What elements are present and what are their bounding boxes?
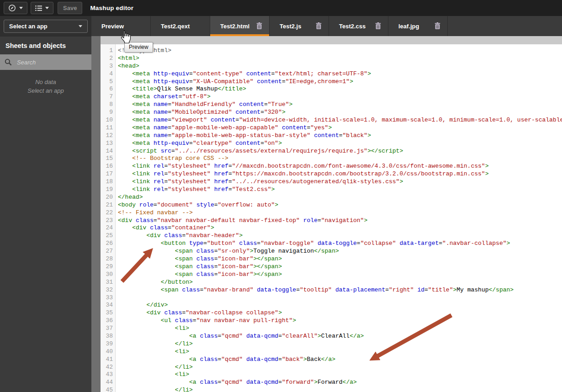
preview-tooltip: Preview (124, 42, 153, 53)
code-line[interactable]: </div> (118, 302, 562, 309)
code-line[interactable]: </li> (118, 364, 562, 371)
line-number: 44 (101, 379, 113, 387)
line-number: 13 (101, 140, 113, 148)
select-app-dropdown[interactable]: Select an app (4, 20, 88, 33)
tab-test2-js[interactable]: Test2.js (270, 16, 329, 36)
save-button[interactable]: Save (58, 2, 82, 14)
code-line[interactable]: <span class="icon-bar"></span> (118, 263, 562, 271)
line-number: 40 (101, 348, 113, 356)
tab-test2-html[interactable]: Test2.html (210, 16, 270, 36)
code-line[interactable]: <meta charset="utf-8"> (118, 93, 562, 101)
tab-preview[interactable]: Preview (91, 16, 151, 36)
select-app-label: Select an app (9, 23, 48, 30)
code-area[interactable]: <!doctype html><html><head> <meta http-e… (116, 44, 562, 392)
line-number: 21 (101, 201, 113, 209)
line-number: 19 (101, 186, 113, 194)
line-number: 4 (101, 70, 113, 78)
code-line[interactable]: <link rel="stylesheet" href="https://max… (118, 170, 562, 178)
code-line[interactable]: <li> (118, 371, 562, 379)
line-number: 6 (101, 85, 113, 93)
line-number: 25 (101, 232, 113, 240)
sidebar: Select an app Sheets and objects No data… (0, 16, 91, 392)
line-number: 7 (101, 93, 113, 101)
code-line[interactable]: <span class="icon-bar"></span> (118, 255, 562, 263)
tab-label: Preview (101, 23, 124, 30)
code-line[interactable]: <meta name="apple-mobile-web-app-status-… (118, 132, 562, 140)
trash-icon[interactable] (375, 22, 381, 29)
code-line[interactable]: <meta name="viewport" content="width=dev… (118, 117, 562, 124)
code-line[interactable]: <meta name="HandheldFriendly" content="T… (118, 101, 562, 109)
search-bar (0, 54, 91, 70)
code-line[interactable]: <a class="qcmd" data-qcmd="forward">Forw… (118, 379, 562, 387)
code-line[interactable]: <link rel="stylesheet" href="../../resou… (118, 178, 562, 186)
top-bar: Save Mashup editor (0, 0, 562, 16)
tab-label: Test2.html (220, 23, 249, 30)
code-line[interactable]: <a class="qcmd" data-qcmd="clearAll">Cle… (118, 333, 562, 340)
code-line[interactable]: <span class="navbar-brand" data-toggle="… (118, 286, 562, 294)
code-line[interactable] (118, 294, 562, 302)
code-line[interactable]: <head> (118, 63, 562, 70)
code-line[interactable]: <script src="../../resources/assets/exte… (118, 148, 562, 155)
code-line[interactable]: <div class="navbar-header"> (118, 232, 562, 240)
code-line[interactable]: <div class="container"> (118, 224, 562, 232)
code-line[interactable]: <div class="navbar-collapse collapse"> (118, 309, 562, 317)
trash-icon[interactable] (256, 22, 262, 29)
code-editor[interactable]: 1234567891011121314151617181920212223242… (101, 44, 562, 392)
code-line[interactable]: <!doctype html> (118, 47, 562, 55)
line-number: 33 (101, 294, 113, 302)
tab-label: leaf.jpg (398, 23, 419, 30)
mashup-editor-window: Save Mashup editor Select an app Sheets … (0, 0, 562, 392)
tab-test2-qext[interactable]: Test2.qext (151, 16, 210, 36)
line-number: 32 (101, 286, 113, 294)
code-line[interactable]: </head> (118, 194, 562, 201)
line-number: 36 (101, 317, 113, 325)
code-line[interactable]: </li> (118, 387, 562, 392)
line-number: 1 (101, 47, 113, 55)
line-number: 17 (101, 170, 113, 178)
line-number: 5 (101, 78, 113, 86)
code-line[interactable]: <title>Qlik Sense Mashup</title> (118, 85, 562, 93)
code-line[interactable]: <html> (118, 55, 562, 63)
code-line[interactable]: <meta http-equiv="X-UA-Compatible" conte… (118, 78, 562, 86)
search-input[interactable] (16, 58, 82, 66)
line-number: 42 (101, 364, 113, 371)
code-line[interactable]: <body role="document" style="overflow: a… (118, 201, 562, 209)
code-line[interactable]: <li> (118, 325, 562, 333)
tab-test2-css[interactable]: Test2.css (329, 16, 388, 36)
line-number: 14 (101, 148, 113, 155)
code-line[interactable]: <button type="button" class="navbar-togg… (118, 240, 562, 248)
sheets-objects-heading: Sheets and objects (0, 37, 91, 54)
app-navigation-menu-button[interactable] (4, 2, 27, 14)
code-line[interactable]: <meta name="apple-mobile-web-app-capable… (118, 124, 562, 132)
trash-icon[interactable] (435, 22, 440, 29)
line-number: 28 (101, 255, 113, 263)
view-options-menu-button[interactable] (31, 2, 53, 14)
line-number: 16 (101, 163, 113, 170)
code-line[interactable]: <!-- Bootstrap core CSS --> (118, 155, 562, 163)
code-line[interactable]: <div class="navbar navbar-default navbar… (118, 217, 562, 225)
code-line[interactable]: <li> (118, 348, 562, 356)
code-line[interactable]: <span class="icon-bar"></span> (118, 271, 562, 279)
line-number: 11 (101, 124, 113, 132)
file-tab-bar: PreviewTest2.qextTest2.htmlTest2.jsTest2… (91, 16, 562, 36)
line-number: 31 (101, 279, 113, 286)
trash-icon[interactable] (316, 22, 322, 29)
code-line[interactable]: <ul class="nav navbar-nav pull-right"> (118, 317, 562, 325)
chevron-down-icon (79, 25, 82, 27)
line-number: 38 (101, 333, 113, 340)
code-line[interactable]: </button> (118, 279, 562, 286)
editor-top-band (101, 36, 562, 44)
code-line[interactable]: <meta http-equiv="cleartype" content="on… (118, 140, 562, 148)
code-line[interactable]: <span class="sr-only">Toggle navigation<… (118, 248, 562, 255)
line-number: 34 (101, 302, 113, 309)
code-line[interactable]: <meta name="MobileOptimized" content="32… (118, 109, 562, 117)
code-line[interactable]: <meta http-equiv="content-type" content=… (118, 70, 562, 78)
code-line[interactable]: <link rel="stylesheet" href="//maxcdn.bo… (118, 163, 562, 170)
code-line[interactable]: <a class="qcmd" data-qcmd="back">Back</a… (118, 356, 562, 364)
code-line[interactable]: <link rel="stylesheet" href="Test2.css"> (118, 186, 562, 194)
code-line[interactable]: <!-- Fixed navbar --> (118, 209, 562, 217)
sidebar-splitter[interactable] (91, 36, 101, 392)
tab-leaf-jpg[interactable]: leaf.jpg (388, 16, 448, 36)
code-line[interactable]: </li> (118, 340, 562, 348)
line-number: 30 (101, 271, 113, 279)
